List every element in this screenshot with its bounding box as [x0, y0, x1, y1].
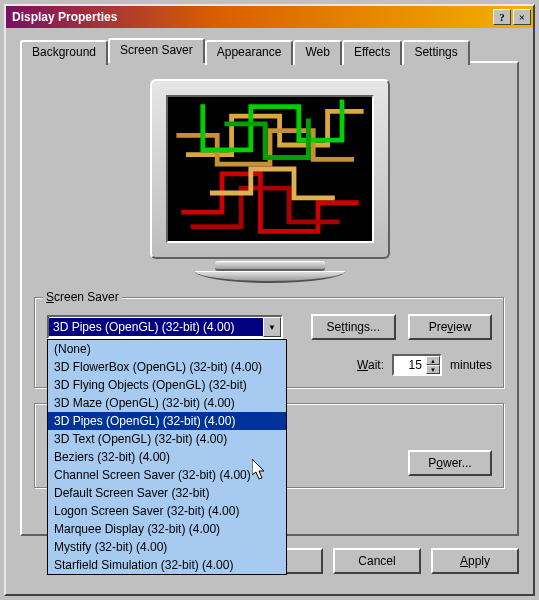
titlebar[interactable]: Display Properties ? × [6, 6, 533, 28]
dd-item-none[interactable]: (None) [48, 340, 286, 358]
tab-settings[interactable]: Settings [402, 40, 469, 65]
screensaver-groupbox: Screen Saver 3D Pipes (OpenGL) (32-bit) … [34, 297, 505, 389]
dd-item-starfield[interactable]: Starfield Simulation (32-bit) (4.00) [48, 556, 286, 574]
dd-item-mystify[interactable]: Mystify (32-bit) (4.00) [48, 538, 286, 556]
wait-value[interactable]: 15 [394, 356, 426, 374]
monitor-base [195, 271, 345, 283]
apply-button[interactable]: Apply [431, 548, 519, 574]
dd-item-beziers[interactable]: Beziers (32-bit) (4.00) [48, 448, 286, 466]
screensaver-combo[interactable]: 3D Pipes (OpenGL) (32-bit) (4.00) (None)… [47, 315, 283, 339]
preview-button[interactable]: Preview [408, 314, 492, 340]
tab-screen-saver[interactable]: Screen Saver [108, 38, 205, 63]
dd-item-flying-objects[interactable]: 3D Flying Objects (OpenGL) (32-bit) [48, 376, 286, 394]
spinner-down-button[interactable]: ▼ [426, 365, 440, 374]
cancel-button[interactable]: Cancel [333, 548, 421, 574]
dd-item-logon[interactable]: Logon Screen Saver (32-bit) (4.00) [48, 502, 286, 520]
combo-dropdown-button[interactable] [263, 317, 281, 337]
monitor-stand [215, 261, 325, 271]
close-button[interactable]: × [513, 9, 531, 25]
help-button[interactable]: ? [493, 9, 511, 25]
dd-item-marquee[interactable]: Marquee Display (32-bit) (4.00) [48, 520, 286, 538]
dd-item-pipes[interactable]: 3D Pipes (OpenGL) (32-bit) (4.00) [48, 412, 286, 430]
tab-effects[interactable]: Effects [342, 40, 402, 65]
dd-item-channel[interactable]: Channel Screen Saver (32-bit) (4.00) [48, 466, 286, 484]
display-properties-window: Display Properties ? × Background Screen… [4, 4, 535, 596]
monitor-screen [166, 95, 374, 243]
tab-background[interactable]: Background [20, 40, 108, 65]
screensaver-dropdown[interactable]: (None) 3D FlowerBox (OpenGL) (32-bit) (4… [47, 339, 287, 575]
power-button[interactable]: Power... [408, 450, 492, 476]
spinner-up-button[interactable]: ▲ [426, 356, 440, 365]
dd-item-flowerbox[interactable]: 3D FlowerBox (OpenGL) (32-bit) (4.00) [48, 358, 286, 376]
monitor-frame [150, 79, 390, 259]
pipes-preview-icon [168, 97, 372, 241]
dd-item-3d-text[interactable]: 3D Text (OpenGL) (32-bit) (4.00) [48, 430, 286, 448]
screensaver-group-legend: Screen Saver [43, 290, 122, 304]
dd-item-maze[interactable]: 3D Maze (OpenGL) (32-bit) (4.00) [48, 394, 286, 412]
tab-web[interactable]: Web [293, 40, 341, 65]
tab-page-screen-saver: Screen Saver 3D Pipes (OpenGL) (32-bit) … [20, 61, 519, 536]
wait-spinner[interactable]: 15 ▲ ▼ [392, 354, 442, 376]
tab-appearance[interactable]: Appearance [205, 40, 294, 65]
minutes-label: minutes [450, 358, 492, 372]
screensaver-settings-button[interactable]: Settings... [311, 314, 396, 340]
window-title: Display Properties [12, 10, 491, 24]
client-area: Background Screen Saver Appearance Web E… [6, 28, 533, 594]
screensaver-combo-text: 3D Pipes (OpenGL) (32-bit) (4.00) [49, 318, 263, 336]
tabs: Background Screen Saver Appearance Web E… [20, 38, 519, 63]
monitor-preview [140, 79, 400, 289]
wait-label: Wait: [357, 358, 384, 372]
dd-item-default[interactable]: Default Screen Saver (32-bit) [48, 484, 286, 502]
